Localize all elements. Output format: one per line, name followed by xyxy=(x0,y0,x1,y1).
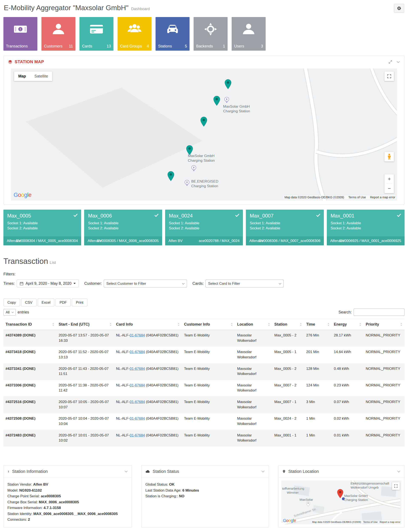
priority: NORMAL_PRIORITY xyxy=(364,397,405,413)
sort-icon xyxy=(300,323,302,326)
settings-button[interactable] xyxy=(394,4,404,13)
card-link[interactable]: 01-67684 xyxy=(130,350,145,354)
chevron-down-icon[interactable] xyxy=(396,60,400,64)
column-priority[interactable]: Priority xyxy=(364,319,405,330)
status-line: Station is Charging:: NO xyxy=(145,493,264,499)
info-line: Model: NG920-61102 xyxy=(8,488,128,494)
column-transaction-id[interactable]: Transaction ID xyxy=(3,319,57,330)
station-card-max-0024[interactable]: Max_0024 Socket 1: Available Socket 2: A… xyxy=(165,210,243,245)
card-info: NL-ALF-01-67684 (040A4F02BC5B81) xyxy=(114,397,182,413)
column-start-end[interactable]: Start - End (UTC) xyxy=(57,319,114,330)
fullscreen-icon xyxy=(394,484,398,488)
print-button[interactable]: Print xyxy=(72,299,87,306)
station-card-max-0001[interactable]: Max_0001 Socket 1: Available Socket 2: A… xyxy=(327,210,405,245)
station-code: ace0008305 / MAX_0006_ace0008305 xyxy=(96,239,159,243)
charging-station-icon[interactable] xyxy=(191,165,196,171)
copy-button[interactable]: Copy xyxy=(3,299,20,306)
status-line: Global Status: OK xyxy=(145,482,264,488)
terms-link[interactable]: Terms of Use xyxy=(348,195,366,199)
chevron-down-icon[interactable] xyxy=(124,470,128,473)
card-link[interactable]: 01-67684 xyxy=(130,433,145,437)
station-marker[interactable] xyxy=(224,79,232,89)
excel-button[interactable]: Excel xyxy=(38,299,55,306)
transaction-id: #4374389 (DONE) xyxy=(3,330,57,347)
map-fullscreen-button[interactable] xyxy=(384,71,394,81)
card-link[interactable]: 01-67684 xyxy=(130,417,145,420)
energy: 14.64 kWh xyxy=(332,347,364,363)
terms-link[interactable]: Terms of Use xyxy=(363,521,378,523)
chevron-down-icon[interactable] xyxy=(397,470,400,473)
sort-icon xyxy=(400,323,402,326)
banknote-icon xyxy=(3,22,37,36)
charging-station-icon[interactable] xyxy=(224,97,229,103)
google-logo[interactable]: Google xyxy=(14,192,32,198)
transaction-row: #4374389 (DONE) 2020-05-07 13:57 - 2020-… xyxy=(3,330,405,347)
station-marker[interactable] xyxy=(213,96,220,106)
tile-label: Customers xyxy=(44,44,62,49)
csv-button[interactable]: CSV xyxy=(21,299,36,306)
station-marker[interactable] xyxy=(167,171,174,181)
station-card-max-0007[interactable]: Max_0007 Socket 1: Available Socket 2: A… xyxy=(246,210,324,245)
page-title-group: E-Mobility Aggregator "Maxsolar GmbH" Da… xyxy=(4,4,150,12)
tile-label: Users xyxy=(234,44,244,49)
tile-cards[interactable]: Cards 13 xyxy=(79,17,113,51)
expand-icon[interactable] xyxy=(388,60,392,64)
map-type-map-button[interactable]: Map xyxy=(14,71,30,81)
location: Maxsolar Wolkersdorf xyxy=(235,380,272,396)
station-location-map[interactable]: toffverarbeitung Wimmer Elektrizitätsgen… xyxy=(281,480,401,524)
chevron-down-icon xyxy=(11,311,14,314)
station: Max_0007 - 2 xyxy=(272,380,304,396)
tile-backends[interactable]: Backends 1 xyxy=(194,17,228,51)
page-header: E-Mobility Aggregator "Maxsolar GmbH" Da… xyxy=(4,4,404,13)
zoom-out-button[interactable] xyxy=(384,184,394,193)
card-link[interactable]: 01-67684 xyxy=(130,383,145,387)
poi-marker[interactable] xyxy=(306,501,310,506)
report-error-link[interactable]: Report a map error xyxy=(380,521,400,523)
station-code: ace0008306 / MAX_0007_ace0008306 xyxy=(258,239,321,243)
start-end: 2020-05-07 11:38 - 2020-05-07 11:42 xyxy=(57,380,114,396)
tile-stations[interactable]: Stations 5 xyxy=(155,17,189,51)
minus-icon xyxy=(387,187,391,190)
card-info: NL-ALF-01-67684 (040A4F02BC5B81) xyxy=(114,430,182,446)
zoom-in-button[interactable] xyxy=(384,174,394,184)
column-card-info[interactable]: Card Info xyxy=(114,319,182,330)
charging-station-icon[interactable] xyxy=(185,180,189,186)
entries-select[interactable]: All xyxy=(3,309,16,316)
card-link[interactable]: 01-67684 xyxy=(130,333,145,337)
pdf-button[interactable]: PDF xyxy=(55,299,71,306)
column-time[interactable]: Time xyxy=(304,319,332,330)
mini-map-fullscreen-button[interactable] xyxy=(392,482,400,490)
report-error-link[interactable]: Report a map error xyxy=(370,195,395,199)
column-location[interactable]: Location xyxy=(235,319,272,330)
station-marker[interactable] xyxy=(200,117,207,127)
column-station[interactable]: Station xyxy=(272,319,304,330)
customer-info: Team E-Mobility xyxy=(182,430,235,446)
tile-users[interactable]: Users 3 xyxy=(232,17,266,51)
chevron-down-icon xyxy=(182,282,185,285)
column-energy[interactable]: Energy xyxy=(332,319,364,330)
customer-filter-select[interactable]: Select Customer to Filter xyxy=(104,280,187,287)
station-location-marker[interactable] xyxy=(337,489,343,498)
map-type-satellite-button[interactable]: Satellite xyxy=(30,71,52,81)
column-customer-info[interactable]: Customer Info xyxy=(182,319,235,330)
car-icon xyxy=(155,22,189,36)
station-card-max-0006[interactable]: Max_0006 Socket 1: Available Socket 2: A… xyxy=(84,210,162,245)
chevron-down-icon[interactable] xyxy=(261,470,265,473)
tile-customers[interactable]: Customers 11 xyxy=(42,17,76,51)
time: 1 Min xyxy=(304,413,332,430)
socket-status: Socket 1: Available xyxy=(250,221,320,226)
card-link[interactable]: 01-67684 xyxy=(130,367,145,371)
station-map[interactable]: MaxSolar GmbH Charging Station MaxSolar … xyxy=(11,69,397,200)
card-filter-select[interactable]: Select Card to Filter xyxy=(205,280,284,287)
pegman-icon xyxy=(387,154,392,160)
gear-icon xyxy=(397,6,401,11)
customer-info: Team E-Mobility xyxy=(182,363,235,380)
pegman-button[interactable] xyxy=(384,152,394,161)
search-input[interactable] xyxy=(354,309,405,316)
station-card-max-0005[interactable]: Max_0005 Socket 1: Available Socket 2: A… xyxy=(3,210,81,245)
date-range-button[interactable]: April 9, 2020 - May 8, 2020 xyxy=(17,279,79,287)
google-logo[interactable]: Google xyxy=(283,518,296,523)
tile-transactions[interactable]: Transactions xyxy=(3,17,37,51)
card-link[interactable]: 01-67684 xyxy=(130,400,145,404)
tile-card-groups[interactable]: Card Groups 4 xyxy=(118,17,152,51)
